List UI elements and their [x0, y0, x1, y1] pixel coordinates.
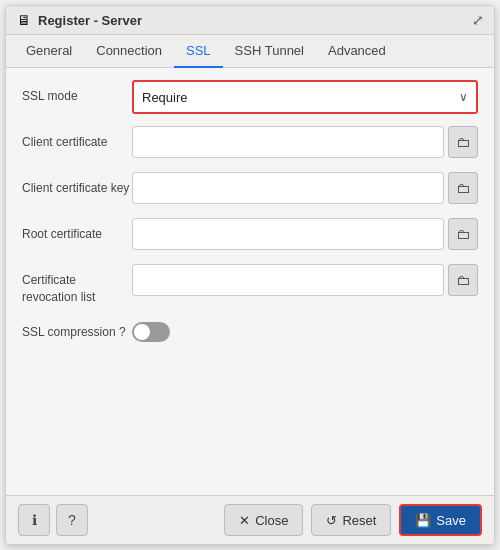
client-certificate-label: Client certificate	[22, 126, 132, 151]
cert-revocation-row: Certificate revocation list 🗀	[22, 264, 478, 306]
ssl-compression-toggle[interactable]	[132, 322, 170, 342]
close-icon: ✕	[239, 513, 250, 528]
help-button[interactable]: ?	[56, 504, 88, 536]
cert-revocation-label: Certificate revocation list	[22, 264, 132, 306]
tab-ssl[interactable]: SSL	[174, 35, 223, 68]
ssl-mode-row: SSL mode Allow Prefer Require Verify-CA …	[22, 80, 478, 116]
reset-icon: ↺	[326, 513, 337, 528]
help-icon: ?	[68, 512, 76, 528]
folder-icon: 🗀	[456, 180, 470, 196]
ssl-compression-control	[132, 316, 170, 342]
save-button[interactable]: 💾 Save	[399, 504, 482, 536]
window-icon: 🖥	[16, 12, 32, 28]
save-icon: 💾	[415, 513, 431, 528]
tab-ssh-tunnel[interactable]: SSH Tunnel	[223, 35, 316, 68]
folder-icon: 🗀	[456, 134, 470, 150]
tab-advanced[interactable]: Advanced	[316, 35, 398, 68]
ssl-mode-label: SSL mode	[22, 80, 132, 105]
client-certificate-key-input[interactable]	[132, 172, 444, 204]
client-certificate-file-button[interactable]: 🗀	[448, 126, 478, 158]
client-certificate-key-row: Client certificate key 🗀	[22, 172, 478, 208]
footer: ℹ ? ✕ Close ↺ Reset 💾 Save	[6, 495, 494, 544]
window-title: Register - Server	[38, 13, 142, 28]
form-content: SSL mode Allow Prefer Require Verify-CA …	[6, 68, 494, 495]
ssl-compression-label: SSL compression ?	[22, 316, 132, 341]
reset-button[interactable]: ↺ Reset	[311, 504, 391, 536]
root-certificate-file-button[interactable]: 🗀	[448, 218, 478, 250]
folder-icon: 🗀	[456, 226, 470, 242]
folder-icon: 🗀	[456, 272, 470, 288]
root-certificate-input[interactable]	[132, 218, 444, 250]
info-button[interactable]: ℹ	[18, 504, 50, 536]
ssl-compression-row: SSL compression ?	[22, 316, 478, 352]
client-certificate-input[interactable]	[132, 126, 444, 158]
reset-label: Reset	[342, 513, 376, 528]
expand-icon[interactable]: ⤢	[472, 12, 484, 28]
ssl-mode-select[interactable]: Allow Prefer Require Verify-CA Verify-Fu…	[134, 82, 451, 112]
client-certificate-control: 🗀	[132, 126, 478, 158]
ssl-mode-select-wrap: Allow Prefer Require Verify-CA Verify-Fu…	[132, 80, 478, 114]
footer-left: ℹ ?	[18, 504, 88, 536]
ssl-mode-chevron-icon: ∨	[451, 90, 476, 104]
tab-connection[interactable]: Connection	[84, 35, 174, 68]
toggle-knob	[134, 324, 150, 340]
root-certificate-row: Root certificate 🗀	[22, 218, 478, 254]
title-bar-left: 🖥 Register - Server	[16, 12, 142, 28]
tab-general[interactable]: General	[14, 35, 84, 68]
close-button[interactable]: ✕ Close	[224, 504, 303, 536]
info-icon: ℹ	[32, 512, 37, 528]
close-label: Close	[255, 513, 288, 528]
tab-bar: General Connection SSL SSH Tunnel Advanc…	[6, 35, 494, 68]
title-bar: 🖥 Register - Server ⤢	[6, 6, 494, 35]
root-certificate-label: Root certificate	[22, 218, 132, 243]
ssl-mode-control: Allow Prefer Require Verify-CA Verify-Fu…	[132, 80, 478, 114]
footer-right: ✕ Close ↺ Reset 💾 Save	[224, 504, 482, 536]
cert-revocation-control: 🗀	[132, 264, 478, 296]
client-certificate-key-file-button[interactable]: 🗀	[448, 172, 478, 204]
cert-revocation-input[interactable]	[132, 264, 444, 296]
client-certificate-key-control: 🗀	[132, 172, 478, 204]
client-certificate-key-label: Client certificate key	[22, 172, 132, 197]
save-label: Save	[436, 513, 466, 528]
register-server-window: 🖥 Register - Server ⤢ General Connection…	[5, 5, 495, 545]
root-certificate-control: 🗀	[132, 218, 478, 250]
cert-revocation-file-button[interactable]: 🗀	[448, 264, 478, 296]
client-certificate-row: Client certificate 🗀	[22, 126, 478, 162]
